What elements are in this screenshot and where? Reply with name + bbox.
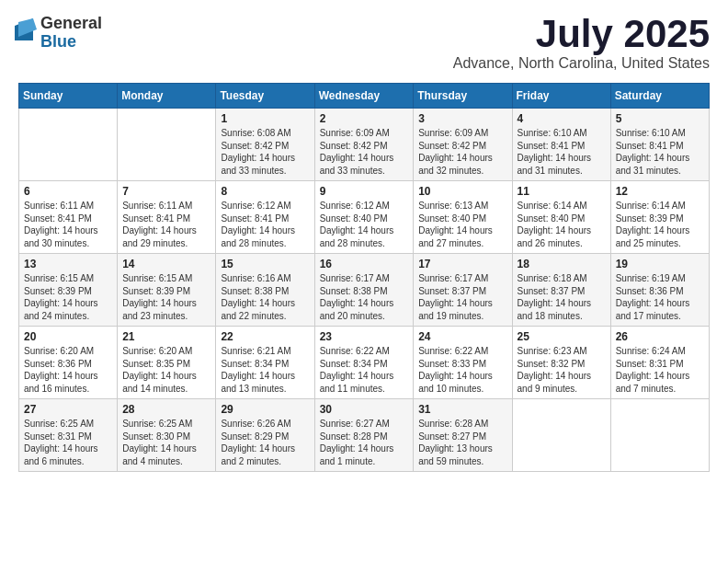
day-number: 10 bbox=[418, 185, 506, 198]
day-info: Sunrise: 6:28 AMSunset: 8:27 PMDaylight:… bbox=[418, 418, 506, 467]
calendar-cell: 23Sunrise: 6:22 AMSunset: 8:34 PMDayligh… bbox=[314, 327, 414, 399]
day-number: 4 bbox=[518, 112, 606, 125]
calendar-cell: 18Sunrise: 6:18 AMSunset: 8:37 PMDayligh… bbox=[512, 254, 610, 327]
calendar-cell: 29Sunrise: 6:26 AMSunset: 8:29 PMDayligh… bbox=[216, 399, 314, 472]
day-info: Sunrise: 6:12 AMSunset: 8:40 PMDaylight:… bbox=[320, 200, 409, 249]
day-info: Sunrise: 6:23 AMSunset: 8:32 PMDaylight:… bbox=[518, 345, 606, 395]
logo: General Blue bbox=[18, 15, 102, 52]
day-info: Sunrise: 6:09 AMSunset: 8:42 PMDaylight:… bbox=[320, 127, 409, 177]
day-number: 28 bbox=[122, 403, 210, 416]
day-number: 25 bbox=[518, 330, 606, 343]
day-number: 8 bbox=[221, 185, 309, 198]
calendar-week-3: 13Sunrise: 6:15 AMSunset: 8:39 PMDayligh… bbox=[19, 254, 710, 327]
day-info: Sunrise: 6:18 AMSunset: 8:37 PMDaylight:… bbox=[518, 272, 606, 322]
day-number: 23 bbox=[320, 330, 409, 343]
day-number: 1 bbox=[221, 112, 309, 125]
calendar-cell bbox=[118, 109, 216, 181]
day-number: 17 bbox=[418, 258, 506, 270]
calendar-week-2: 6Sunrise: 6:11 AMSunset: 8:41 PMDaylight… bbox=[19, 181, 710, 254]
calendar-cell: 8Sunrise: 6:12 AMSunset: 8:41 PMDaylight… bbox=[216, 181, 314, 254]
day-number: 26 bbox=[616, 330, 704, 343]
day-number: 18 bbox=[518, 258, 606, 270]
day-number: 7 bbox=[122, 185, 210, 198]
calendar-cell: 25Sunrise: 6:23 AMSunset: 8:32 PMDayligh… bbox=[512, 327, 610, 399]
day-info: Sunrise: 6:11 AMSunset: 8:41 PMDaylight:… bbox=[24, 200, 112, 249]
day-info: Sunrise: 6:11 AMSunset: 8:41 PMDaylight:… bbox=[122, 200, 210, 249]
calendar-cell: 26Sunrise: 6:24 AMSunset: 8:31 PMDayligh… bbox=[610, 327, 709, 399]
header-friday: Friday bbox=[512, 84, 610, 109]
day-number: 6 bbox=[24, 185, 112, 198]
day-number: 29 bbox=[221, 403, 309, 416]
day-number: 5 bbox=[616, 112, 704, 125]
header-monday: Monday bbox=[118, 84, 216, 109]
calendar-cell: 16Sunrise: 6:17 AMSunset: 8:38 PMDayligh… bbox=[314, 254, 414, 327]
day-number: 2 bbox=[320, 112, 409, 125]
logo-icon bbox=[15, 18, 37, 48]
day-number: 31 bbox=[418, 403, 506, 416]
header-tuesday: Tuesday bbox=[216, 84, 314, 109]
calendar-cell: 28Sunrise: 6:25 AMSunset: 8:30 PMDayligh… bbox=[118, 399, 216, 472]
day-number: 13 bbox=[24, 258, 112, 270]
calendar-cell: 1Sunrise: 6:08 AMSunset: 8:42 PMDaylight… bbox=[216, 109, 314, 181]
day-info: Sunrise: 6:27 AMSunset: 8:28 PMDaylight:… bbox=[320, 418, 409, 467]
calendar-cell: 9Sunrise: 6:12 AMSunset: 8:40 PMDaylight… bbox=[314, 181, 414, 254]
day-number: 30 bbox=[320, 403, 409, 416]
day-info: Sunrise: 6:20 AMSunset: 8:35 PMDaylight:… bbox=[122, 345, 210, 395]
day-info: Sunrise: 6:15 AMSunset: 8:39 PMDaylight:… bbox=[122, 272, 210, 322]
calendar-table: Sunday Monday Tuesday Wednesday Thursday… bbox=[18, 83, 710, 472]
location: Advance, North Carolina, United States bbox=[453, 55, 710, 72]
day-number: 22 bbox=[221, 330, 309, 343]
logo-text: General Blue bbox=[40, 15, 102, 52]
calendar-cell: 24Sunrise: 6:22 AMSunset: 8:33 PMDayligh… bbox=[414, 327, 512, 399]
day-number: 20 bbox=[24, 330, 112, 343]
header-wednesday: Wednesday bbox=[314, 84, 414, 109]
calendar-cell bbox=[19, 109, 118, 181]
calendar-cell: 3Sunrise: 6:09 AMSunset: 8:42 PMDaylight… bbox=[414, 109, 512, 181]
day-number: 12 bbox=[616, 185, 704, 198]
calendar-cell bbox=[610, 399, 709, 472]
day-info: Sunrise: 6:12 AMSunset: 8:41 PMDaylight:… bbox=[221, 200, 309, 249]
header-saturday: Saturday bbox=[610, 84, 709, 109]
calendar-cell: 11Sunrise: 6:14 AMSunset: 8:40 PMDayligh… bbox=[512, 181, 610, 254]
day-number: 11 bbox=[518, 185, 606, 198]
day-info: Sunrise: 6:16 AMSunset: 8:38 PMDaylight:… bbox=[221, 272, 309, 322]
calendar-week-1: 1Sunrise: 6:08 AMSunset: 8:42 PMDaylight… bbox=[19, 109, 710, 181]
calendar-week-5: 27Sunrise: 6:25 AMSunset: 8:31 PMDayligh… bbox=[19, 399, 710, 472]
day-info: Sunrise: 6:10 AMSunset: 8:41 PMDaylight:… bbox=[518, 127, 606, 177]
calendar-cell: 20Sunrise: 6:20 AMSunset: 8:36 PMDayligh… bbox=[19, 327, 118, 399]
calendar-cell: 12Sunrise: 6:14 AMSunset: 8:39 PMDayligh… bbox=[610, 181, 709, 254]
page-header: General Blue July 2025 Advance, North Ca… bbox=[18, 15, 710, 72]
header-thursday: Thursday bbox=[414, 84, 512, 109]
day-info: Sunrise: 6:25 AMSunset: 8:31 PMDaylight:… bbox=[24, 418, 112, 467]
day-number: 24 bbox=[418, 330, 506, 343]
logo-blue: Blue bbox=[40, 33, 102, 52]
calendar-week-4: 20Sunrise: 6:20 AMSunset: 8:36 PMDayligh… bbox=[19, 327, 710, 399]
calendar-cell: 27Sunrise: 6:25 AMSunset: 8:31 PMDayligh… bbox=[19, 399, 118, 472]
day-info: Sunrise: 6:22 AMSunset: 8:33 PMDaylight:… bbox=[418, 345, 506, 395]
days-header-row: Sunday Monday Tuesday Wednesday Thursday… bbox=[19, 84, 710, 109]
day-info: Sunrise: 6:17 AMSunset: 8:38 PMDaylight:… bbox=[320, 272, 409, 322]
day-number: 19 bbox=[616, 258, 704, 270]
day-info: Sunrise: 6:14 AMSunset: 8:39 PMDaylight:… bbox=[616, 200, 704, 249]
calendar-cell: 19Sunrise: 6:19 AMSunset: 8:36 PMDayligh… bbox=[610, 254, 709, 327]
calendar-cell: 7Sunrise: 6:11 AMSunset: 8:41 PMDaylight… bbox=[118, 181, 216, 254]
calendar-cell: 17Sunrise: 6:17 AMSunset: 8:37 PMDayligh… bbox=[414, 254, 512, 327]
day-info: Sunrise: 6:21 AMSunset: 8:34 PMDaylight:… bbox=[221, 345, 309, 395]
day-number: 14 bbox=[122, 258, 210, 270]
day-info: Sunrise: 6:20 AMSunset: 8:36 PMDaylight:… bbox=[24, 345, 112, 395]
day-info: Sunrise: 6:14 AMSunset: 8:40 PMDaylight:… bbox=[518, 200, 606, 249]
calendar-cell: 4Sunrise: 6:10 AMSunset: 8:41 PMDaylight… bbox=[512, 109, 610, 181]
day-info: Sunrise: 6:24 AMSunset: 8:31 PMDaylight:… bbox=[616, 345, 704, 395]
day-number: 9 bbox=[320, 185, 409, 198]
day-info: Sunrise: 6:13 AMSunset: 8:40 PMDaylight:… bbox=[418, 200, 506, 249]
day-info: Sunrise: 6:08 AMSunset: 8:42 PMDaylight:… bbox=[221, 127, 309, 177]
day-info: Sunrise: 6:15 AMSunset: 8:39 PMDaylight:… bbox=[24, 272, 112, 322]
day-number: 16 bbox=[320, 258, 409, 270]
day-number: 15 bbox=[221, 258, 309, 270]
calendar-cell: 21Sunrise: 6:20 AMSunset: 8:35 PMDayligh… bbox=[118, 327, 216, 399]
calendar-cell: 5Sunrise: 6:10 AMSunset: 8:41 PMDaylight… bbox=[610, 109, 709, 181]
day-info: Sunrise: 6:09 AMSunset: 8:42 PMDaylight:… bbox=[418, 127, 506, 177]
day-number: 3 bbox=[418, 112, 506, 125]
calendar-cell: 31Sunrise: 6:28 AMSunset: 8:27 PMDayligh… bbox=[414, 399, 512, 472]
day-number: 21 bbox=[122, 330, 210, 343]
